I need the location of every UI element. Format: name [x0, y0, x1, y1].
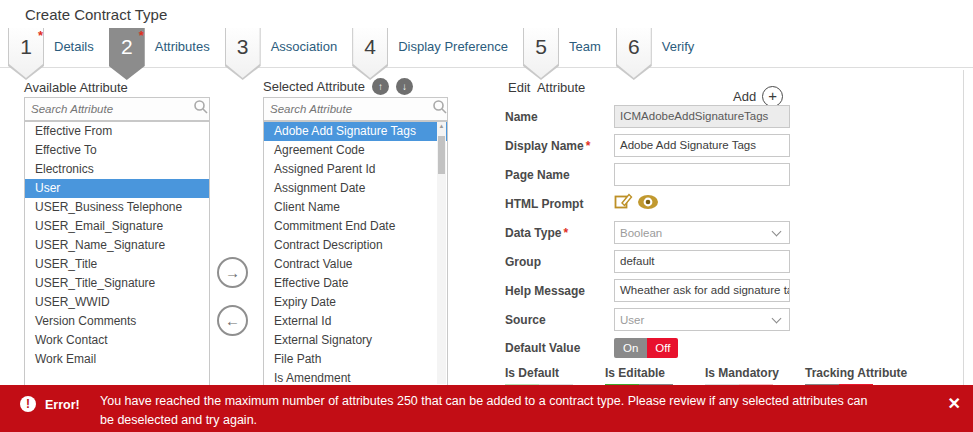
step-label: Attributes	[155, 28, 210, 66]
step-tab[interactable]: 3 * Association	[225, 28, 352, 80]
required-asterisk: *	[586, 139, 591, 153]
selected-list-item[interactable]: Assigned Parent Id	[264, 160, 447, 179]
selected-list-item[interactable]: Agreement Code	[264, 141, 447, 160]
selected-list-item[interactable]: Contract Value	[264, 255, 447, 274]
available-list-item[interactable]: Effective From	[25, 122, 209, 141]
step-number: 4	[364, 28, 376, 78]
selected-search-input[interactable]	[264, 103, 432, 115]
panel-right-border	[963, 70, 964, 385]
flag-label: Is Mandatory	[705, 366, 805, 380]
help-message-field[interactable]: Wheather ask for add signature tags in	[614, 279, 790, 302]
available-list-item[interactable]: Work Contact	[25, 331, 209, 350]
default-value-row: Default Value On Off	[505, 336, 790, 359]
edit-attribute-title: Edit Attribute	[508, 80, 585, 95]
data-type-value: Boolean	[620, 227, 773, 239]
selected-list-item[interactable]: Client Name	[264, 198, 447, 217]
close-icon[interactable]: ✕	[948, 394, 961, 413]
error-message: You have reached the maximum number of a…	[100, 392, 880, 430]
move-down-button[interactable]: ↓	[396, 78, 413, 95]
available-list-item[interactable]: USER_Email_Signature	[25, 217, 209, 236]
move-left-button[interactable]: ←	[217, 305, 248, 336]
add-attribute-button[interactable]: Add +	[733, 86, 783, 107]
left-arrow-icon: ←	[225, 312, 240, 329]
step-label: Display Preference	[398, 28, 508, 66]
search-icon	[193, 99, 209, 119]
selected-list-item[interactable]: Commitment End Date	[264, 217, 447, 236]
required-asterisk: *	[139, 28, 145, 43]
up-arrow-icon: ↑	[378, 81, 383, 92]
step-number-badge: 5	[523, 28, 559, 80]
available-search-input[interactable]	[25, 103, 193, 115]
available-attribute-title: Available Attribute	[24, 80, 128, 95]
selected-list-item[interactable]: Effective Date	[264, 274, 447, 293]
selected-search-box	[263, 97, 448, 121]
error-banner: ! Error! You have reached the maximum nu…	[0, 385, 973, 432]
selected-list-scrollbar[interactable]: ▲	[437, 122, 446, 384]
selected-attribute-header: Selected Attribute ↑ ↓	[263, 78, 413, 95]
group-field[interactable]: default	[614, 250, 790, 273]
default-value-toggle: On Off	[614, 338, 678, 358]
step-tab[interactable]: 6 * Verify	[616, 28, 710, 80]
flag-label: Tracking Attribute	[805, 366, 905, 380]
source-label: Source	[505, 313, 614, 327]
display-name-field[interactable]: Adobe Add Signature Tags	[614, 134, 790, 157]
available-list-item[interactable]: USER_WWID	[25, 293, 209, 312]
available-list-item[interactable]: User	[25, 179, 209, 198]
help-message-row: Help Message Wheather ask for add signat…	[505, 279, 790, 302]
available-list-item[interactable]: USER_Title_Signature	[25, 274, 209, 293]
available-list-item[interactable]: Electronics	[25, 160, 209, 179]
step-tab[interactable]: 5 * Team	[523, 28, 616, 80]
down-arrow-icon: ↓	[402, 81, 407, 92]
scroll-up-icon[interactable]: ▲	[437, 123, 446, 129]
source-select[interactable]: User	[614, 308, 790, 331]
edit-html-prompt-icon[interactable]	[614, 193, 633, 215]
html-prompt-label: HTML Prompt	[505, 197, 614, 211]
selected-list-item[interactable]: Assignment Date	[264, 179, 447, 198]
available-list-item[interactable]: USER_Name_Signature	[25, 236, 209, 255]
available-search-box	[24, 97, 210, 121]
toggle-on-button[interactable]: On	[614, 338, 647, 358]
move-right-button[interactable]: →	[217, 257, 248, 288]
toggle-off-button[interactable]: Off	[647, 338, 678, 358]
selected-list-item[interactable]: Adobe Add Signature Tags	[264, 122, 447, 141]
step-number: 5	[535, 28, 547, 78]
selected-attribute-title: Selected Attribute	[263, 79, 365, 94]
available-list-item[interactable]: USER_Title	[25, 255, 209, 274]
page-name-row: Page Name	[505, 163, 790, 186]
required-asterisk: *	[563, 226, 568, 240]
error-label: Error!	[45, 398, 80, 412]
available-list-item[interactable]: Work Email	[25, 350, 209, 369]
selected-list-item[interactable]: External Id	[264, 312, 447, 331]
available-list-item[interactable]: Version Comments	[25, 312, 209, 331]
step-tab[interactable]: 1 * Details	[8, 28, 109, 80]
create-contract-type-page: Create Contract Type 1 * Details 2 *	[0, 0, 973, 432]
selected-list-item[interactable]: Expiry Date	[264, 293, 447, 312]
page-title: Create Contract Type	[25, 6, 167, 23]
page-name-field[interactable]	[614, 163, 790, 186]
scrollbar-thumb[interactable]	[438, 136, 445, 174]
display-name-row: Display Name* Adobe Add Signature Tags	[505, 134, 790, 157]
data-type-row: Data Type* Boolean	[505, 221, 790, 244]
search-icon	[432, 99, 448, 119]
available-list-item[interactable]: Effective To	[25, 141, 209, 160]
preview-eye-icon[interactable]	[637, 194, 659, 214]
data-type-select[interactable]: Boolean	[614, 221, 790, 244]
available-attribute-list: Effective From Effective To Electronics …	[24, 121, 210, 387]
available-list-item[interactable]: USER_Business Telephone	[25, 198, 209, 217]
step-label: Verify	[662, 28, 695, 66]
selected-list-item[interactable]: File Path	[264, 350, 447, 369]
selected-list-item[interactable]: Contract Description	[264, 236, 447, 255]
name-row: Name ICMAdobeAddSignatureTags	[505, 105, 790, 128]
step-label: Association	[271, 28, 337, 66]
selected-list-item[interactable]: External Signatory	[264, 331, 447, 350]
step-tab[interactable]: 2 * Attributes	[109, 28, 225, 80]
move-up-button[interactable]: ↑	[372, 78, 389, 95]
plus-icon: +	[762, 86, 783, 107]
source-value: User	[620, 314, 773, 326]
step-number-badge: 6	[616, 28, 652, 80]
error-icon: !	[20, 396, 36, 412]
right-arrow-icon: →	[225, 264, 240, 281]
step-tab[interactable]: 4 * Display Preference	[352, 28, 523, 80]
name-label: Name	[505, 110, 614, 124]
step-number: 6	[628, 28, 640, 78]
